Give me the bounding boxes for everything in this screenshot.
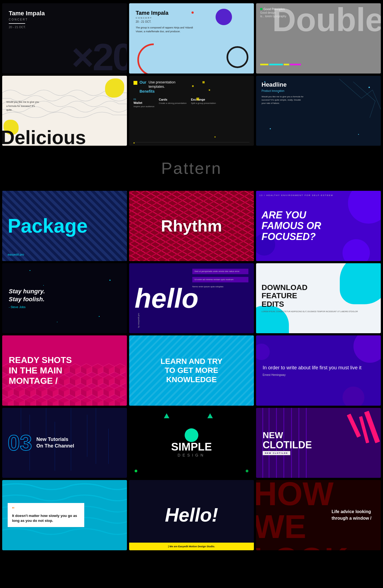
text-block: Sed ut perspiciatis unde omnis iste natu… — [192, 269, 248, 291]
card-body: Would you like me to give you a formula … — [262, 95, 305, 105]
card-small: LOREM IPSUM, CONSECTETUR ADIPISCING ELIT… — [262, 310, 358, 313]
card-headline: Headline Product Innovation Would you li… — [256, 76, 381, 146]
card-big-word: Package — [8, 216, 88, 236]
by-text: by easyedit.pro — [137, 313, 140, 328]
card-hello-exclaim: Hello! | We are Easyedit Motion Design S… — [129, 480, 254, 550]
card-hemingway: In order to write about life first you m… — [256, 335, 381, 406]
bg-circle-2 — [343, 239, 370, 261]
blob-1 — [353, 335, 381, 363]
item-title-2: Cards — [159, 98, 187, 101]
yellow-bar: | We are Easyedit Motion Design Studio. — [129, 543, 254, 550]
white-quote-box: " It doesn't matter how slowly you go as… — [8, 503, 84, 527]
card-big-text: ARE YOUFAMOUS ORFOCUSED? — [262, 210, 321, 242]
bar-4 — [290, 64, 301, 65]
item-sub-3: Split a group presentation — [191, 102, 216, 105]
overlay-text: Life advice looking through a window / — [332, 508, 375, 522]
badge: NEW CLOTILDE — [263, 451, 290, 455]
card-dont-matter: " It doesn't matter how slowly you go as… — [2, 480, 127, 550]
product-label: Product Innovation — [262, 89, 375, 92]
text-1: Sed ut perspiciatis unde omnis iste natu… — [195, 270, 246, 273]
card-learn-and-try: LEARN AND TRYTO GET MOREKNOWLEDGE — [129, 335, 254, 406]
card-sublabel: Good design — [260, 11, 286, 14]
card-small-text: Would you like me to give you a formula … — [6, 100, 39, 112]
bottom-dot — [134, 142, 135, 144]
sq-5 — [214, 136, 216, 138]
section-divider: Pattern — [0, 148, 383, 189]
card-big-text: READY SHOTSIN THE MAINMONTAGE / — [9, 355, 72, 386]
quote-marks: " — [12, 507, 80, 512]
quote-text: It doesn't matter how slowly you go as l… — [12, 513, 80, 523]
text-item-3: Nemo enim ipsum quia voluptas — [192, 285, 248, 288]
clotilde-text: CLOTILDE — [263, 440, 312, 450]
bg-circle-1 — [348, 191, 381, 224]
text-item-2: Ut enim ad minima veniam quis nostrum — [192, 277, 248, 282]
sq-2 — [209, 89, 210, 91]
dot-bottom — [135, 470, 137, 472]
card-package: Package easyedit.pro — [2, 191, 127, 261]
simple-text: SIMPLE — [171, 441, 212, 453]
star-1 — [30, 270, 30, 271]
pink-line-3 — [347, 414, 361, 438]
star-4 — [99, 316, 100, 317]
cards-grid-bottom: Package easyedit.pro Rhythm 13 / HEALTHY… — [0, 189, 383, 552]
text-2: Ut enim ad minima veniam quis nostrum — [195, 278, 246, 281]
rain-line-7 — [96, 408, 96, 464]
header-row: Our Use presentation templates. Benefits — [134, 80, 249, 94]
card-good-principles: Double Good Principles Good design is...… — [256, 3, 381, 74]
top-label: 13 / HEALTHY ENVIRONMENT FOR SELF-ESTEEM — [259, 194, 333, 197]
section-title: Pattern — [161, 159, 222, 178]
card-text: New TutorialsOn The Channel — [36, 436, 74, 449]
purple-bg-2: Ut enim ad minima veniam quis nostrum — [192, 277, 248, 282]
item-sub-1: Inspire your audience — [134, 105, 155, 108]
quote-block: Stay hungry.Stay foolish. - Steve Jobs — [9, 288, 45, 309]
rain-line-8 — [108, 429, 109, 464]
card-tame-impala-light: Tame Impala CONCERT 20 - 21 OCT. The gro… — [129, 3, 254, 74]
item-sub-2: Create a strong presentation — [159, 102, 187, 105]
quote-text: In order to write about life first you m… — [263, 364, 361, 371]
item-num-1: 01 — [134, 98, 155, 101]
green-dot — [260, 8, 262, 10]
outline-circle — [227, 46, 248, 68]
our-label: Our Use presentation templates. — [140, 80, 192, 89]
star-5 — [43, 285, 44, 286]
sq-3 — [196, 98, 199, 100]
text-content: In order to write about life first you m… — [263, 364, 361, 376]
triangle-right — [207, 413, 213, 418]
card-are-you-famous: 13 / HEALTHY ENVIRONMENT FOR SELF-ESTEEM… — [256, 191, 381, 261]
cyan-circle — [185, 428, 198, 442]
item-title-3: Exchange — [191, 98, 216, 101]
card-label: Good Principles — [263, 7, 285, 11]
text-3: Nemo enim ipsum quia voluptas — [192, 285, 248, 288]
card-title: Headline — [262, 81, 375, 88]
yellow-square — [134, 81, 137, 85]
card-title: Tame Impala — [9, 10, 120, 17]
card-simple-design: SIMPLE DESIGN — [129, 408, 254, 478]
rain-line-6 — [87, 415, 87, 457]
blob-2 — [343, 387, 364, 406]
card-download-feature: DOWNLOADFEATUREEDITS LOREM IPSUM, CONSEC… — [256, 263, 381, 334]
star-3 — [57, 322, 57, 322]
red-arc — [137, 43, 170, 74]
bar-1 — [260, 64, 268, 65]
big-hello: hello — [135, 285, 198, 312]
card-ready-shots: READY SHOTSIN THE MAINMONTAGE / — [2, 335, 127, 406]
quote-author: Ernest Hemingway — [263, 373, 361, 376]
card-content: Good Principles Good design is... lorem … — [260, 7, 286, 18]
card-new-tutorials: 03 New TutorialsOn The Channel — [2, 408, 127, 478]
item-title-1: Wallet — [134, 101, 155, 104]
card-how-we-look: HOWWELOOK Life advice looking through a … — [256, 480, 381, 550]
sq-1 — [202, 81, 205, 83]
card-sublabel2: is... lorem typography — [260, 15, 286, 18]
card-sub: easyedit.pro — [8, 253, 24, 256]
yellow-text: | We are Easyedit Motion Design Studio. — [168, 545, 215, 548]
design-text: DESIGN — [178, 453, 205, 457]
bottom-line — [134, 142, 249, 142]
card-subtitle: CONCERT — [9, 18, 120, 21]
card-tame-impala-dark: ×20 Tame Impala CONCERT 20 - 21 OCT. — [2, 3, 127, 74]
card-stay-hungry: Stay hungry.Stay foolish. - Steve Jobs — [2, 263, 127, 334]
card-title: DOWNLOADFEATUREEDITS — [262, 283, 358, 309]
dot-bottom-right — [246, 470, 248, 472]
quote-author: - Steve Jobs — [9, 305, 45, 309]
blob-3 — [256, 344, 270, 360]
bg-decorative-text: ×20 — [72, 38, 127, 74]
